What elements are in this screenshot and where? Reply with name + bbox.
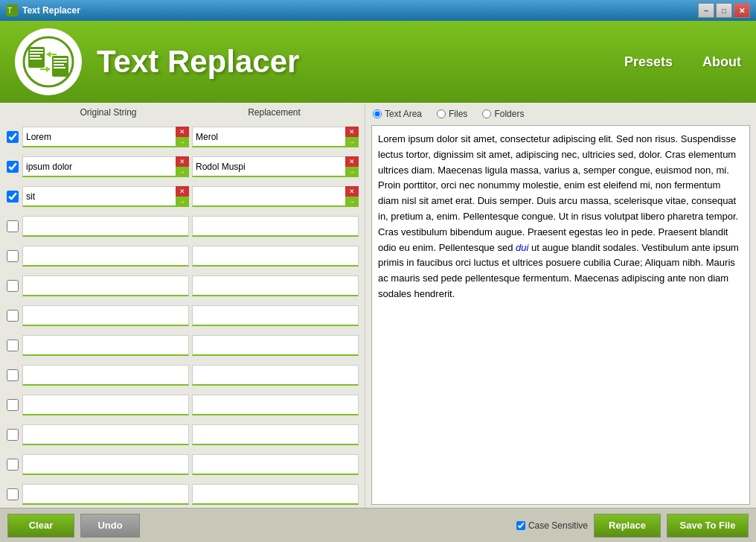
table-row <box>6 302 359 329</box>
logo-icon <box>22 36 74 88</box>
row-checkbox-7[interactable] <box>6 339 19 351</box>
save-to-file-button[interactable]: Save To File <box>667 514 749 538</box>
row-repl-clear-button-2[interactable]: ✕ <box>345 186 359 197</box>
tab-files[interactable]: Files <box>437 109 467 119</box>
row-checkbox-8[interactable] <box>6 369 19 381</box>
row-original-input-6[interactable] <box>22 305 189 326</box>
row-replacement-input-0[interactable] <box>192 127 359 147</box>
row-checkbox-2[interactable] <box>6 191 19 203</box>
table-row <box>6 332 359 359</box>
row-replacement-container-9 <box>192 395 359 415</box>
row-replacement-input-10[interactable] <box>192 424 359 445</box>
row-repl-clear-button-1[interactable]: ✕ <box>345 156 359 167</box>
tabs-bar: Text AreaFilesFolders <box>365 103 756 122</box>
tab-text-area[interactable]: Text Area <box>373 109 422 119</box>
row-replacement-input-6[interactable] <box>192 305 359 326</box>
row-original-container-1: ✕→ <box>22 156 189 177</box>
row-clear-button-2[interactable]: ✕ <box>176 186 189 197</box>
row-checkbox-12[interactable] <box>6 488 19 500</box>
row-checkbox-9[interactable] <box>6 399 19 411</box>
header: Text Replacer Presets About <box>0 21 756 103</box>
table-row <box>6 362 359 389</box>
row-original-input-2[interactable] <box>22 186 189 207</box>
row-replacement-input-3[interactable] <box>192 216 359 237</box>
svg-rect-6 <box>30 55 40 57</box>
row-original-input-1[interactable] <box>22 156 189 177</box>
maximize-button[interactable]: □ <box>716 3 732 18</box>
case-sensitive-checkbox[interactable] <box>516 521 525 530</box>
row-replacement-input-12[interactable] <box>192 484 359 505</box>
row-original-input-12[interactable] <box>22 484 189 505</box>
minimize-button[interactable]: – <box>698 3 714 18</box>
row-replacement-container-7 <box>192 335 359 356</box>
row-replacement-input-5[interactable] <box>192 275 359 296</box>
row-checkbox-11[interactable] <box>6 459 19 471</box>
row-original-container-7 <box>22 335 189 356</box>
tab-radio-files[interactable] <box>437 109 446 118</box>
row-original-container-6 <box>22 305 189 326</box>
tab-folders[interactable]: Folders <box>482 109 524 119</box>
row-replacement-input-8[interactable] <box>192 365 359 386</box>
row-checkbox-6[interactable] <box>6 310 19 322</box>
row-checkbox-5[interactable] <box>6 280 19 292</box>
row-clear-button-0[interactable]: ✕ <box>176 127 189 137</box>
row-original-input-11[interactable] <box>22 454 189 475</box>
row-replacement-input-11[interactable] <box>192 454 359 475</box>
row-replacement-input-4[interactable] <box>192 246 359 267</box>
row-original-container-4 <box>22 246 189 267</box>
row-original-input-9[interactable] <box>22 395 189 415</box>
row-original-input-5[interactable] <box>22 275 189 296</box>
row-replacement-input-7[interactable] <box>192 335 359 356</box>
row-original-input-10[interactable] <box>22 424 189 445</box>
row-clear-button-1[interactable]: ✕ <box>176 156 189 167</box>
row-checkbox-4[interactable] <box>6 250 19 262</box>
main-window: Text Replacer Presets About Original Str… <box>0 21 756 542</box>
row-apply-button-0[interactable]: → <box>176 137 189 147</box>
row-apply-button-2[interactable]: → <box>176 197 189 207</box>
svg-rect-12 <box>54 67 65 68</box>
row-checkbox-10[interactable] <box>6 429 19 441</box>
main-text-area[interactable]: Lorem ipsum dolor sit amet, consectetur … <box>371 125 750 505</box>
row-repl-apply-button-0[interactable]: → <box>345 137 359 147</box>
row-replacement-container-8 <box>192 365 359 386</box>
tab-radio-text-area[interactable] <box>373 109 382 118</box>
close-button[interactable]: ✕ <box>734 3 750 18</box>
about-nav-item[interactable]: About <box>702 54 741 70</box>
table-row <box>6 481 359 508</box>
row-replacement-input-2[interactable] <box>192 186 359 207</box>
row-original-container-8 <box>22 365 189 386</box>
presets-nav-item[interactable]: Presets <box>624 54 673 70</box>
row-checkbox-1[interactable] <box>6 161 19 173</box>
tab-label-text-area: Text Area <box>385 109 422 119</box>
app-logo <box>15 28 82 95</box>
row-replacement-container-3 <box>192 216 359 237</box>
table-header: Original String Replacement <box>0 103 365 122</box>
row-original-input-7[interactable] <box>22 335 189 356</box>
row-repl-clear-button-0[interactable]: ✕ <box>345 127 359 137</box>
row-original-container-0: ✕→ <box>22 127 189 147</box>
row-original-input-4[interactable] <box>22 246 189 267</box>
rows-container: ✕→✕→✕→✕→✕→✕→ <box>0 122 365 508</box>
row-original-input-0[interactable] <box>22 127 189 147</box>
clear-button[interactable]: Clear <box>7 514 74 538</box>
svg-rect-7 <box>30 58 42 60</box>
row-checkbox-3[interactable] <box>6 220 19 232</box>
row-repl-apply-button-1[interactable]: → <box>345 167 359 177</box>
header-nav: Presets About <box>624 54 741 70</box>
row-checkbox-0[interactable] <box>6 131 19 143</box>
row-original-input-3[interactable] <box>22 216 189 237</box>
left-panel: Original String Replacement ✕→✕→✕→✕→✕→✕→ <box>0 103 365 508</box>
row-repl-apply-button-2[interactable]: → <box>345 197 359 207</box>
tab-radio-folders[interactable] <box>482 109 491 118</box>
row-apply-button-1[interactable]: → <box>176 167 189 177</box>
row-original-container-2: ✕→ <box>22 186 189 207</box>
text-area-container: Lorem ipsum dolor sit amet, consectetur … <box>365 122 756 508</box>
replacement-header: Replacement <box>191 107 357 118</box>
row-original-input-8[interactable] <box>22 365 189 386</box>
row-replacement-input-9[interactable] <box>192 395 359 415</box>
replace-button[interactable]: Replace <box>594 514 661 538</box>
row-replacement-input-1[interactable] <box>192 156 359 177</box>
undo-button[interactable]: Undo <box>80 514 140 538</box>
row-original-container-9 <box>22 395 189 415</box>
table-row: ✕→✕→ <box>6 124 359 150</box>
